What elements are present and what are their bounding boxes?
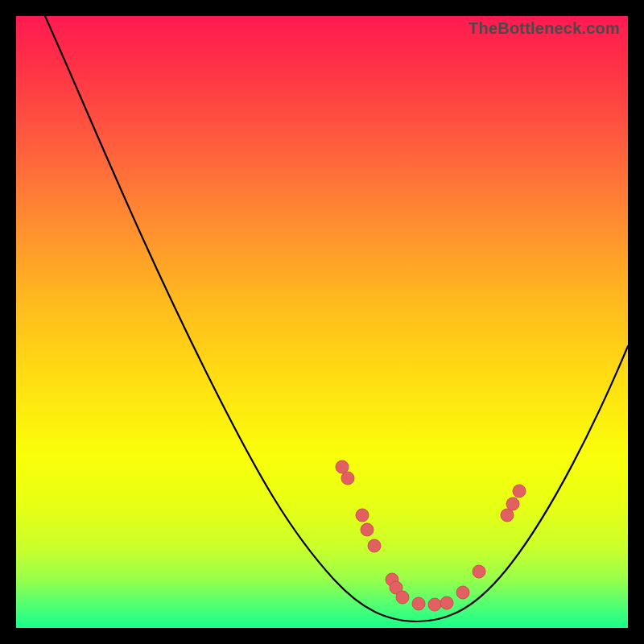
data-dot — [412, 597, 425, 610]
data-dot — [396, 591, 409, 604]
dots-group — [336, 460, 526, 611]
data-dot — [440, 597, 453, 609]
data-dot — [456, 586, 469, 599]
data-dot — [356, 509, 369, 522]
data-dot — [341, 472, 354, 485]
data-dot — [368, 539, 381, 552]
plot-svg — [16, 16, 628, 628]
data-dot — [336, 460, 349, 473]
data-dot — [473, 565, 485, 578]
data-dot — [513, 485, 526, 497]
data-dot — [361, 523, 374, 536]
bottleneck-curve — [45, 16, 628, 621]
data-dot — [428, 598, 441, 611]
chart-frame: TheBottleneck.com — [16, 16, 628, 628]
data-dot — [501, 509, 514, 522]
data-dot — [506, 497, 519, 510]
